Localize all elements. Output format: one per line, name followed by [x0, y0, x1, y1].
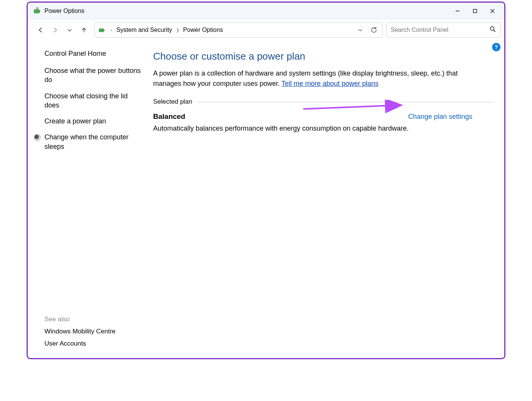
plan-description: Automatically balances performance with …	[153, 125, 494, 133]
tell-me-more-link[interactable]: Tell me more about power plans	[282, 80, 378, 87]
up-button[interactable]	[77, 23, 91, 37]
maximize-button[interactable]	[466, 3, 484, 19]
body: Control Panel Home Choose what the power…	[28, 41, 504, 358]
refresh-button[interactable]	[367, 23, 381, 37]
see-also-label: See also	[44, 316, 142, 323]
sidebar: Control Panel Home Choose what the power…	[28, 41, 149, 358]
search-icon[interactable]	[489, 26, 496, 34]
section-selected-plan: Selected plan	[153, 98, 494, 106]
see-also-user-accounts[interactable]: User Accounts	[44, 340, 142, 347]
control-panel-home-link[interactable]: Control Panel Home	[44, 50, 142, 58]
svg-rect-4	[473, 9, 477, 13]
plan-name: Balanced	[153, 112, 185, 121]
power-options-icon	[98, 26, 106, 34]
address-dropdown[interactable]	[353, 23, 367, 37]
svg-rect-0	[34, 9, 40, 13]
see-also-mobility[interactable]: Windows Mobility Centre	[44, 328, 142, 335]
svg-rect-8	[104, 30, 104, 31]
page-intro: A power plan is a collection of hardware…	[153, 68, 472, 89]
svg-rect-2	[36, 7, 38, 8]
search-box[interactable]	[386, 22, 500, 38]
breadcrumb-parent[interactable]: System and Security	[115, 27, 174, 33]
svg-point-9	[490, 27, 494, 30]
nav-row: « System and Security ❯ Power Options	[28, 19, 504, 41]
breadcrumb-current[interactable]: Power Options	[182, 27, 225, 33]
forward-button[interactable]	[48, 23, 62, 37]
breadcrumb-overflow[interactable]: «	[108, 28, 115, 32]
sidebar-link-power-buttons[interactable]: Choose what the power buttons do	[44, 66, 142, 85]
main-pane: ? Choose or customise a power plan A pow…	[149, 41, 504, 358]
help-button[interactable]: ?	[492, 43, 500, 51]
section-label-text: Selected plan	[153, 98, 192, 106]
svg-rect-1	[40, 11, 40, 12]
minimize-button[interactable]	[449, 3, 466, 19]
sidebar-link-lid[interactable]: Choose what closing the lid does	[44, 92, 142, 110]
back-button[interactable]	[34, 23, 48, 37]
close-button[interactable]	[484, 3, 501, 19]
titlebar: Power Options	[28, 3, 504, 19]
power-options-icon	[33, 7, 41, 15]
address-bar[interactable]: « System and Security ❯ Power Options	[95, 22, 383, 38]
change-plan-settings-link[interactable]: Change plan settings	[408, 113, 472, 121]
plan-row: Balanced Change plan settings	[153, 112, 472, 121]
svg-line-11	[303, 105, 400, 109]
chevron-right-icon[interactable]: ❯	[174, 28, 182, 33]
search-input[interactable]	[391, 27, 489, 33]
window: Power Options	[27, 2, 505, 359]
recent-dropdown[interactable]	[63, 23, 76, 37]
sidebar-link-sleeps[interactable]: Change when the computer sleeps	[44, 133, 142, 151]
svg-line-10	[494, 30, 495, 32]
window-title: Power Options	[44, 8, 84, 14]
svg-rect-7	[99, 29, 104, 32]
page-heading: Choose or customise a power plan	[153, 51, 494, 62]
sidebar-link-create-plan[interactable]: Create a power plan	[44, 117, 142, 126]
divider	[197, 102, 494, 102]
